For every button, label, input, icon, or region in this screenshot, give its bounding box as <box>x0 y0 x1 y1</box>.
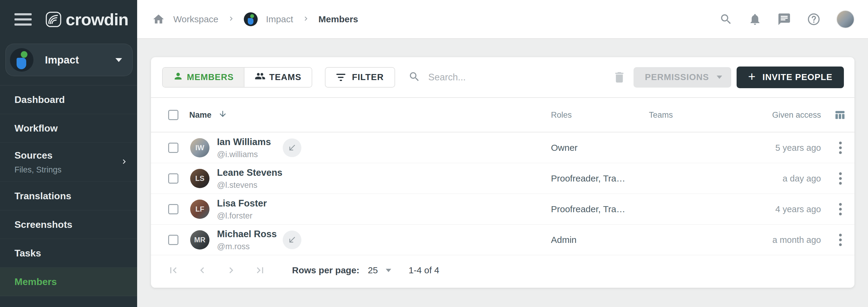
row-checkbox[interactable] <box>168 204 179 214</box>
project-selector[interactable]: Impact <box>5 44 133 76</box>
notifications-bell-icon[interactable] <box>748 13 762 26</box>
row-checkbox[interactable] <box>168 173 179 183</box>
table-header-row: Name Roles Teams Given access <box>151 97 855 132</box>
rows-per-page-label: Rows per page: <box>292 265 359 275</box>
crowdin-logo[interactable]: crowdin <box>45 10 128 29</box>
search-icon <box>408 71 421 84</box>
sidebar-item-sources[interactable]: Sources Files, Strings <box>0 143 137 182</box>
members-toolbar: MEMBERS TEAMS FILTER <box>151 57 855 97</box>
member-roles: Proofreader, Tra… <box>551 173 625 183</box>
member-roles: Admin <box>551 235 577 245</box>
member-avatar: LS <box>190 169 210 188</box>
people-icon <box>255 71 266 84</box>
row-menu-kebab-icon[interactable] <box>837 201 844 217</box>
column-header-roles[interactable]: Roles <box>551 110 572 120</box>
member-name-block: Leane Stevens @l.stevens <box>217 167 282 190</box>
column-settings-icon[interactable] <box>834 109 846 121</box>
member-given-access: a day ago <box>783 173 821 183</box>
member-name-block: Ian Williams @i.williams <box>217 136 271 159</box>
breadcrumb-workspace[interactable]: Workspace <box>173 14 218 24</box>
table-row: LS Leane Stevens @l.stevens Proofreader,… <box>151 163 855 194</box>
breadcrumb-project[interactable]: Impact <box>266 14 293 24</box>
row-menu-kebab-icon[interactable] <box>837 140 844 156</box>
select-all-checkbox[interactable] <box>168 110 179 120</box>
sidebar-item-translations[interactable]: Translations <box>0 182 137 210</box>
member-avatar: MR <box>190 230 210 249</box>
project-name: Impact <box>45 54 116 66</box>
last-page-icon[interactable] <box>254 264 266 276</box>
first-page-icon[interactable] <box>167 264 179 276</box>
search-icon[interactable] <box>719 13 733 26</box>
member-given-access: 5 years ago <box>775 143 821 152</box>
next-page-icon[interactable] <box>225 264 237 276</box>
sidebar-item-tasks[interactable]: Tasks <box>0 239 137 268</box>
pagination: Rows per page: 25 1-4 of 4 <box>151 255 855 285</box>
member-name[interactable]: Leane Stevens <box>217 167 282 178</box>
member-username: @l.forster <box>217 211 267 220</box>
table-row: MR Michael Ross @m.ross Admin a month ag… <box>151 225 855 255</box>
row-menu-kebab-icon[interactable] <box>837 170 844 186</box>
member-roles: Proofreader, Tra… <box>551 204 625 214</box>
member-username: @i.williams <box>217 149 271 159</box>
member-given-access: a month ago <box>772 235 821 245</box>
chevron-down-icon <box>717 75 722 79</box>
chevron-right-icon <box>120 157 129 167</box>
member-name[interactable]: Michael Ross <box>217 229 277 239</box>
sidebar-item-workflow[interactable]: Workflow <box>0 114 137 143</box>
row-checkbox[interactable] <box>168 143 179 153</box>
user-avatar[interactable] <box>836 10 855 28</box>
member-username: @l.stevens <box>217 180 282 190</box>
tab-members[interactable]: MEMBERS <box>163 68 244 87</box>
sidebar-item-members[interactable]: Members <box>0 268 137 296</box>
member-name[interactable]: Lisa Foster <box>217 198 267 209</box>
search-input[interactable] <box>428 72 555 83</box>
invite-people-button[interactable]: + INVITE PEOPLE <box>737 67 844 88</box>
previous-page-icon[interactable] <box>196 264 208 276</box>
row-checkbox[interactable] <box>168 235 179 245</box>
topbar-actions <box>719 10 855 28</box>
member-name[interactable]: Ian Williams <box>217 136 271 147</box>
last-login-arrow-badge[interactable] <box>283 138 301 157</box>
tab-teams[interactable]: TEAMS <box>244 68 312 87</box>
column-header-teams[interactable]: Teams <box>649 110 673 120</box>
member-name-block: Lisa Foster @l.forster <box>217 198 267 220</box>
sources-subtitle: Files, Strings <box>14 165 137 175</box>
column-header-name[interactable]: Name <box>189 109 227 121</box>
crowdin-wordmark: crowdin <box>66 10 128 29</box>
breadcrumb-page: Members <box>318 14 358 24</box>
main-content: MEMBERS TEAMS FILTER <box>137 39 868 307</box>
sidebar-item-dashboard[interactable]: Dashboard <box>0 86 137 114</box>
last-login-arrow-badge[interactable] <box>283 231 301 249</box>
permissions-button[interactable]: PERMISSIONS <box>633 67 731 88</box>
search-box <box>408 71 613 84</box>
home-icon[interactable] <box>152 13 165 26</box>
members-card: MEMBERS TEAMS FILTER <box>151 57 855 288</box>
member-given-access: 4 years ago <box>775 204 821 214</box>
table-row: IW Ian Williams @i.williams Owner 5 year… <box>151 132 855 163</box>
impact-project-icon <box>10 48 33 72</box>
column-header-given-access[interactable]: Given access <box>772 110 821 120</box>
messages-chat-icon[interactable] <box>777 12 791 26</box>
member-avatar: IW <box>190 138 210 158</box>
members-teams-tab-group: MEMBERS TEAMS <box>162 67 312 88</box>
member-roles: Owner <box>551 143 578 153</box>
sidebar-item-screenshots[interactable]: Screenshots <box>0 210 137 239</box>
filter-button[interactable]: FILTER <box>325 67 395 88</box>
chevron-down-icon <box>386 269 391 272</box>
sort-descending-icon <box>218 109 227 121</box>
member-username: @m.ross <box>217 242 277 251</box>
help-icon[interactable] <box>807 12 821 26</box>
breadcrumb: Workspace Impact Members <box>152 12 719 26</box>
rows-per-page-select[interactable]: 25 <box>368 265 391 275</box>
delete-trash-icon[interactable] <box>613 70 626 84</box>
row-menu-kebab-icon[interactable] <box>837 232 844 248</box>
chevron-right-icon <box>227 14 236 24</box>
filter-icon <box>336 74 345 81</box>
chevron-down-icon <box>116 58 122 62</box>
person-icon <box>173 71 183 83</box>
crowdin-logo-icon <box>45 11 61 27</box>
sidebar-nav: Dashboard Workflow Sources Files, String… <box>0 86 137 296</box>
member-avatar: LF <box>190 200 210 219</box>
sidebar-header: crowdin <box>0 0 137 39</box>
menu-icon[interactable] <box>14 13 32 26</box>
